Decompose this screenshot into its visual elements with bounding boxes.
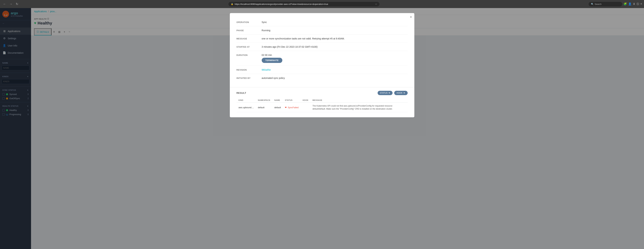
browser-search[interactable]: 🔍 Search — [589, 2, 622, 6]
browser-actions: 🧩 👤 ⬇ Ⓢ ≡ — [624, 2, 642, 6]
bookmark-icon[interactable]: ☆ — [375, 3, 377, 5]
row-kind: aws.upbound.... — [236, 103, 256, 112]
modal-close-button[interactable]: × — [410, 15, 412, 19]
download-icon[interactable]: ⬇ — [633, 2, 635, 6]
col-hook: HOOK — [300, 98, 310, 103]
initiated-by-value: automated sync policy — [262, 77, 408, 79]
operation-label: OPERATION — [236, 21, 262, 24]
operation-value: Sync — [262, 21, 408, 24]
col-namespace: NAMESPACE — [256, 98, 272, 103]
revision-value: 980a85e — [262, 68, 408, 71]
started-at-value: 3 minutes ago (Fri Dec 22 2023 10:37:02 … — [262, 46, 408, 48]
phase-field: PHASE Running — [236, 26, 408, 34]
initiated-by-field: INITIATED BY automated sync policy — [236, 74, 408, 82]
status-filter-button[interactable]: STATUS ▼ — [378, 91, 392, 95]
result-actions: STATUS ▼ HOOK ▼ — [378, 91, 408, 95]
url-bar[interactable]: 🔒 https://localhost:8080/applications/ar… — [228, 2, 380, 6]
browser-chrome: ← → ↻ 🔒 https://localhost:8080/applicati… — [0, 0, 644, 8]
extensions-icon[interactable]: 🧩 — [624, 2, 627, 6]
operation-field: OPERATION Sync — [236, 18, 408, 26]
result-section: RESULT STATUS ▼ HOOK ▼ — [230, 87, 414, 117]
back-button[interactable]: ← — [2, 2, 7, 6]
initiated-by-label: INITIATED BY — [236, 77, 262, 79]
refresh-button[interactable]: ↻ — [15, 2, 19, 6]
lock-icon: 🔒 — [231, 3, 233, 5]
url-text: https://localhost:8080/applications/argo… — [235, 3, 374, 5]
duration-container: 02:30 min TERMINATE — [262, 54, 408, 63]
table-row: aws.upbound.... default default ❤ SyncFa… — [236, 103, 408, 112]
message-label: MESSAGE — [236, 37, 262, 40]
result-table: KIND NAMESPACE NAME STATUS HOOK MESSAGE … — [236, 98, 408, 112]
account-icon[interactable]: Ⓢ — [636, 2, 639, 6]
row-status: ❤ SyncFailed — [283, 103, 300, 112]
row-name: default — [272, 103, 283, 112]
revision-label: REVISION — [236, 68, 262, 71]
hook-filter-button[interactable]: HOOK ▼ — [394, 91, 408, 95]
row-message-text: The Kubernetes API could not find aws.up… — [312, 105, 392, 110]
sync-failed-text: SyncFailed — [288, 106, 298, 109]
modal-body: OPERATION Sync PHASE Running MESSAGE one… — [230, 13, 414, 87]
col-message: MESSAGE — [310, 98, 408, 103]
sync-failed-status: ❤ SyncFailed — [285, 106, 298, 109]
duration-label: DURATION — [236, 54, 262, 56]
result-title: RESULT — [236, 92, 246, 94]
row-hook — [300, 103, 310, 112]
duration-value: 02:30 min — [262, 54, 272, 56]
revision-field: REVISION 980a85e — [236, 66, 408, 74]
started-at-field: STARTED AT 3 minutes ago (Fri Dec 22 202… — [236, 43, 408, 51]
terminate-button[interactable]: TERMINATE — [262, 58, 282, 63]
menu-icon[interactable]: ≡ — [640, 2, 642, 6]
forward-button[interactable]: → — [8, 2, 14, 6]
status-filter-icon: ▼ — [388, 92, 390, 94]
row-namespace: default — [256, 103, 272, 112]
profile-icon[interactable]: 👤 — [628, 2, 632, 6]
message-field: MESSAGE one or more synchronization task… — [236, 34, 408, 43]
duration-field: DURATION 02:30 min TERMINATE — [236, 51, 408, 66]
col-name: NAME — [272, 98, 283, 103]
message-value: one or more synchronization tasks are no… — [262, 37, 408, 40]
revision-link[interactable]: 980a85e — [262, 68, 271, 71]
main-content: Applications / prov... APP HEALTH ⓘ ♥ He… — [31, 8, 644, 249]
status-filter-label: STATUS — [380, 92, 388, 94]
hook-filter-label: HOOK — [396, 92, 402, 94]
modal-overlay: × OPERATION Sync PHASE Running MESSAGE o… — [31, 8, 644, 249]
started-at-label: STARTED AT — [236, 46, 262, 48]
col-status: STATUS — [283, 98, 300, 103]
hook-filter-icon: ▼ — [403, 92, 405, 94]
sync-failed-icon: ❤ — [285, 106, 287, 109]
phase-value: Running — [262, 29, 408, 32]
search-icon: 🔍 — [591, 3, 594, 5]
col-kind: KIND — [236, 98, 256, 103]
result-header: RESULT STATUS ▼ HOOK ▼ — [236, 91, 408, 95]
phase-label: PHASE — [236, 29, 262, 32]
app-container: 🦊 argo v2.9.3+6eba5be ← ⊞ Applications ⚙… — [0, 0, 644, 249]
result-table-body: aws.upbound.... default default ❤ SyncFa… — [236, 103, 408, 112]
row-message: The Kubernetes API could not find aws.up… — [310, 103, 408, 112]
search-label: Search — [595, 3, 602, 5]
operation-modal: × OPERATION Sync PHASE Running MESSAGE o… — [230, 13, 414, 117]
result-table-header: KIND NAMESPACE NAME STATUS HOOK MESSAGE — [236, 98, 408, 103]
